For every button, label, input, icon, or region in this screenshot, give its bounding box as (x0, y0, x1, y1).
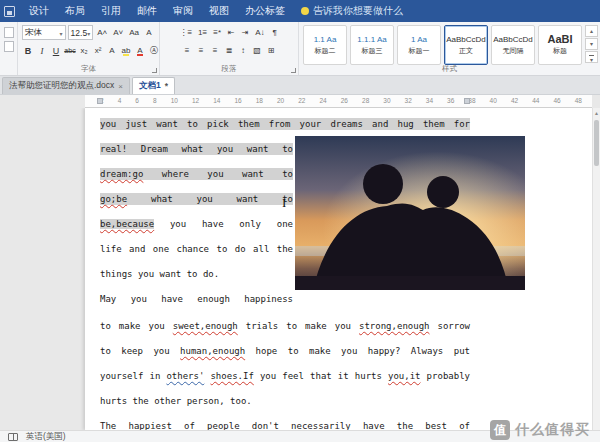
paragraph-group-label: 段落 (160, 64, 298, 74)
style-item[interactable]: AaBI标题 (538, 25, 582, 65)
save-icon[interactable] (4, 6, 15, 17)
ribbon-tab[interactable]: 邮件 (129, 0, 165, 22)
scrollbar-thumb[interactable] (594, 120, 599, 166)
text-effects-button[interactable]: A (106, 43, 118, 58)
document-tab[interactable]: 文档1* (132, 77, 175, 94)
text-segment: hurts the other person, too. (100, 396, 252, 406)
align-left-button[interactable]: ≡ (181, 43, 193, 58)
tell-me[interactable]: 告诉我你想要做什么 (301, 4, 403, 18)
ribbon-tab[interactable]: 布局 (57, 0, 93, 22)
ruler-number: 22 (298, 97, 305, 104)
italic-button[interactable]: I (36, 43, 48, 58)
indent-marker-left[interactable] (97, 98, 103, 104)
font-size-value: 12.5 (71, 28, 88, 38)
superscript-button[interactable]: x² (92, 43, 104, 58)
ribbon-tab[interactable]: 设计 (21, 0, 57, 22)
increase-font-button[interactable]: A˄ (95, 25, 109, 40)
ruler[interactable]: 2468101214161820222426283032343638404244… (0, 95, 600, 108)
numbered-list-button[interactable]: 1≡ (196, 25, 209, 40)
multilevel-list-button[interactable]: ≡* (211, 25, 223, 40)
ribbon-tab[interactable]: 引用 (93, 0, 129, 22)
ruler-number: 46 (553, 97, 560, 104)
text-segment: hope to make you happy? Always put (245, 346, 470, 356)
style-gallery-arrows (585, 25, 598, 63)
justify-button[interactable]: ≣ (223, 43, 235, 58)
decrease-indent-button[interactable]: ⇤ (225, 25, 237, 40)
styles-group-label: 样式 (299, 64, 600, 74)
ruler-track: 2468101214161820222426283032343638404244… (85, 95, 592, 108)
titlebar: 设计布局引用邮件审阅视图办公标签 告诉我你想要做什么 (0, 0, 600, 22)
text-line: you just want to pick them from your dre… (100, 118, 470, 130)
style-item[interactable]: 1 Aa标题一 (397, 25, 441, 65)
increase-indent-button[interactable]: ⇥ (239, 25, 251, 40)
style-preview: 1.1 Aa (314, 35, 337, 44)
align-right-button[interactable]: ≡ (209, 43, 221, 58)
change-case-button[interactable]: Aa (127, 25, 141, 40)
subscript-button[interactable]: x₂ (78, 43, 90, 58)
text-segment: shoes.If (210, 371, 253, 381)
copy-icon[interactable] (4, 41, 14, 52)
clear-formatting-button[interactable]: A (143, 25, 155, 40)
paste-icon[interactable] (4, 27, 14, 38)
page[interactable]: you just want to pick them from your dre… (85, 108, 592, 430)
ruler-number: 30 (383, 97, 390, 104)
text-segment: to keep you (100, 346, 180, 356)
bold-button[interactable]: B (22, 43, 34, 58)
font-color-button[interactable]: A (134, 43, 146, 58)
align-center-button[interactable]: ≡ (195, 43, 207, 58)
style-item[interactable]: 1.1 Aa标题二 (303, 25, 347, 65)
ruler-number: 48 (575, 97, 582, 104)
enclose-character-button[interactable]: Ⓐ (148, 43, 160, 58)
style-gallery-down-button[interactable] (585, 38, 598, 50)
style-preview: 1 Aa (411, 35, 427, 44)
ruler-number: 24 (319, 97, 326, 104)
ruler-number: 18 (256, 97, 263, 104)
vertical-scrollbar[interactable] (592, 108, 600, 430)
ruler-number: 12 (192, 97, 199, 104)
ruler-number: 14 (213, 97, 220, 104)
style-item[interactable]: 1.1.1 Aa标题三 (350, 25, 394, 65)
ruler-number: 42 (511, 97, 518, 104)
text-line: real! Dream what you want to (100, 143, 293, 155)
style-gallery-more-button[interactable] (585, 51, 598, 63)
style-item[interactable]: AaBbCcDd无间隔 (491, 25, 535, 65)
style-item[interactable]: AaBbCcDd正文 (444, 25, 488, 65)
bullet-list-button[interactable]: ⋮≡ (177, 25, 194, 40)
spellcheck-icon[interactable] (8, 433, 18, 441)
language-status[interactable]: 英语(美国) (26, 431, 66, 442)
ribbon-tab[interactable]: 办公标签 (237, 0, 293, 22)
text-segment: dream:go (100, 169, 143, 179)
document-tab-label: 法帮助您证明您的观点.docx (9, 80, 114, 92)
ruler-numbers: 2468101214161820222426283032343638404244… (100, 97, 582, 104)
chevron-down-icon (60, 28, 63, 38)
shading-button[interactable]: ▧ (251, 43, 263, 58)
indent-marker-right[interactable] (464, 98, 470, 104)
underline-button[interactable]: U (50, 43, 62, 58)
strikethrough-button[interactable]: abc (64, 43, 76, 58)
style-preview: 1.1.1 Aa (357, 35, 386, 44)
close-tab-button[interactable]: × (118, 82, 123, 91)
ruler-number: 32 (405, 97, 412, 104)
highlight-button[interactable]: ab (120, 43, 132, 58)
text-segment: what you want to (127, 194, 293, 204)
document-tab[interactable]: 法帮助您证明您的观点.docx× (2, 77, 130, 94)
document-image[interactable] (295, 136, 525, 290)
font-dialog-launcher-icon[interactable] (152, 68, 157, 73)
style-gallery-up-button[interactable] (585, 25, 598, 37)
paragraph-marks-button[interactable]: ¶ (269, 25, 281, 40)
sort-button[interactable]: A↓ (253, 25, 266, 40)
font-name-select[interactable]: 宋体 (22, 25, 66, 40)
ribbon-tab[interactable]: 视图 (201, 0, 237, 22)
font-size-select[interactable]: 12.5 (68, 25, 94, 40)
text-segment: sorrow (429, 321, 470, 331)
ribbon-tab[interactable]: 审阅 (165, 0, 201, 22)
borders-button[interactable]: ⊞ (265, 43, 277, 58)
style-name: 标题 (553, 46, 567, 56)
decrease-font-button[interactable]: A˅ (111, 25, 125, 40)
text-segment: yourself in (100, 371, 166, 381)
text-segment: be,because (100, 219, 154, 229)
paragraph-dialog-launcher-icon[interactable] (291, 68, 296, 73)
line-spacing-button[interactable]: ↕ (237, 43, 249, 58)
style-preview: AaBI (547, 35, 572, 44)
text-segment: May you have enough happiness (100, 294, 293, 304)
